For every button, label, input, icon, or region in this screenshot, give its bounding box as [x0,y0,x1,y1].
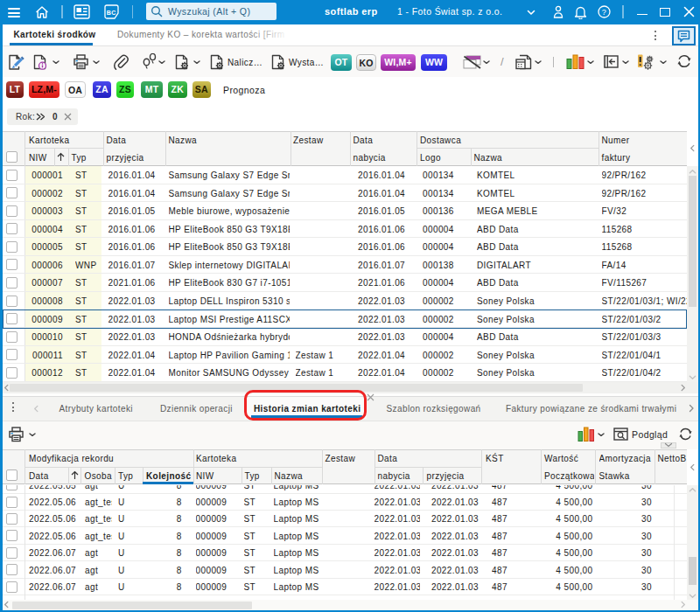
svg-text:BC: BC [107,10,116,16]
svg-text:?: ? [602,8,606,17]
